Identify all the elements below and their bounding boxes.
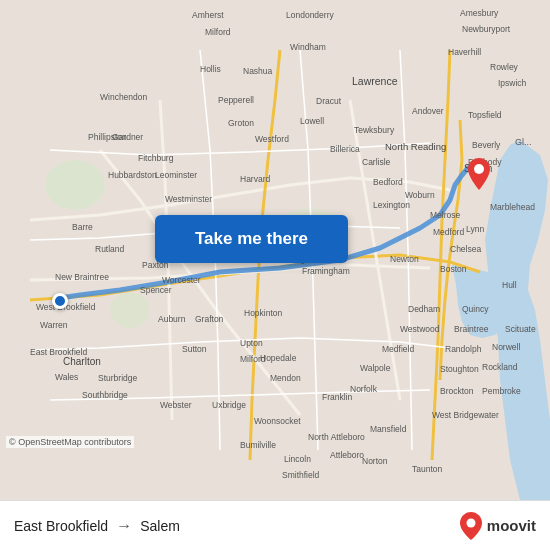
svg-text:Randolph: Randolph xyxy=(445,344,482,354)
svg-text:Lincoln: Lincoln xyxy=(284,454,311,464)
svg-text:Worcester: Worcester xyxy=(162,275,201,285)
svg-point-1 xyxy=(45,160,105,210)
svg-text:Scituate: Scituate xyxy=(505,324,536,334)
svg-text:Leominster: Leominster xyxy=(155,170,197,180)
svg-text:Londonderry: Londonderry xyxy=(286,10,334,20)
svg-text:Norwell: Norwell xyxy=(492,342,520,352)
svg-text:Beverly: Beverly xyxy=(472,140,501,150)
svg-text:Grafton: Grafton xyxy=(195,314,224,324)
svg-point-103 xyxy=(466,518,475,527)
svg-text:Gl...: Gl... xyxy=(515,137,532,147)
bottom-bar: East Brookfield → Salem moovit xyxy=(0,500,550,550)
svg-text:Ipswich: Ipswich xyxy=(498,78,527,88)
svg-text:Walpole: Walpole xyxy=(360,363,391,373)
svg-text:Newburyport: Newburyport xyxy=(462,24,511,34)
destination-marker xyxy=(468,158,490,194)
svg-text:Framingham: Framingham xyxy=(302,266,350,276)
svg-text:Fitchburg: Fitchburg xyxy=(138,153,174,163)
svg-text:Westford: Westford xyxy=(255,134,289,144)
svg-text:Hull: Hull xyxy=(502,280,517,290)
svg-text:Attleboro: Attleboro xyxy=(330,450,364,460)
svg-text:Rutland: Rutland xyxy=(95,244,125,254)
svg-text:Charlton: Charlton xyxy=(63,356,101,367)
svg-text:Woburn: Woburn xyxy=(405,190,435,200)
svg-text:East Brookfield: East Brookfield xyxy=(30,347,87,357)
svg-text:Chelsea: Chelsea xyxy=(450,244,481,254)
svg-text:Lawrence: Lawrence xyxy=(352,75,398,87)
svg-text:Dracut: Dracut xyxy=(316,96,342,106)
svg-text:Amherst: Amherst xyxy=(192,10,224,20)
svg-text:Medford: Medford xyxy=(433,227,464,237)
svg-text:Spencer: Spencer xyxy=(140,285,172,295)
take-me-there-button[interactable]: Take me there xyxy=(155,215,348,263)
svg-text:Carlisle: Carlisle xyxy=(362,157,391,167)
svg-text:Hopedale: Hopedale xyxy=(260,353,297,363)
svg-text:Stoughton: Stoughton xyxy=(440,364,479,374)
route-info: East Brookfield → Salem xyxy=(14,517,180,535)
svg-text:Rockland: Rockland xyxy=(482,362,518,372)
route-from: East Brookfield xyxy=(14,518,108,534)
svg-text:Braintree: Braintree xyxy=(454,324,489,334)
moovit-pin-icon xyxy=(460,512,482,540)
moovit-brand-text: moovit xyxy=(487,517,536,534)
map-area[interactable]: Lawrence North Reading Charlton Amherst … xyxy=(0,0,550,500)
svg-text:Lowell: Lowell xyxy=(300,116,324,126)
moovit-logo: moovit xyxy=(460,512,536,540)
svg-text:Quincy: Quincy xyxy=(462,304,489,314)
svg-text:Medfield: Medfield xyxy=(382,344,414,354)
svg-text:Woonsocket: Woonsocket xyxy=(254,416,301,426)
svg-text:Boston: Boston xyxy=(440,264,467,274)
svg-text:West Bridgewater: West Bridgewater xyxy=(432,410,499,420)
svg-text:New Braintree: New Braintree xyxy=(55,272,109,282)
svg-text:Phillipston: Phillipston xyxy=(88,132,127,142)
app-container: Lawrence North Reading Charlton Amherst … xyxy=(0,0,550,550)
svg-text:Hubbardston: Hubbardston xyxy=(108,170,157,180)
svg-text:Groton: Groton xyxy=(228,118,254,128)
svg-text:Bumilville: Bumilville xyxy=(240,440,276,450)
svg-text:Marblehead: Marblehead xyxy=(490,202,535,212)
svg-text:Wales: Wales xyxy=(55,372,78,382)
route-arrow: → xyxy=(116,517,132,535)
route-to: Salem xyxy=(140,518,180,534)
origin-marker xyxy=(52,293,68,309)
svg-text:Bedford: Bedford xyxy=(373,177,403,187)
svg-text:Lexington: Lexington xyxy=(373,200,410,210)
svg-text:Warren: Warren xyxy=(40,320,68,330)
svg-text:Franklin: Franklin xyxy=(322,392,353,402)
svg-text:Webster: Webster xyxy=(160,400,192,410)
svg-text:Hopkinton: Hopkinton xyxy=(244,308,283,318)
svg-text:Topsfield: Topsfield xyxy=(468,110,502,120)
svg-text:Winchendon: Winchendon xyxy=(100,92,148,102)
svg-text:Brockton: Brockton xyxy=(440,386,474,396)
svg-text:Dedham: Dedham xyxy=(408,304,440,314)
svg-text:Southbridge: Southbridge xyxy=(82,390,128,400)
svg-text:Milford: Milford xyxy=(205,27,231,37)
svg-text:Sutton: Sutton xyxy=(182,344,207,354)
svg-text:Uxbridge: Uxbridge xyxy=(212,400,246,410)
svg-text:North Reading: North Reading xyxy=(385,141,446,152)
svg-text:Newton: Newton xyxy=(390,254,419,264)
svg-point-2 xyxy=(110,292,150,328)
svg-text:Amesbury: Amesbury xyxy=(460,8,499,18)
svg-text:Mendon: Mendon xyxy=(270,373,301,383)
svg-text:Barre: Barre xyxy=(72,222,93,232)
svg-text:Auburn: Auburn xyxy=(158,314,186,324)
svg-text:Rowley: Rowley xyxy=(490,62,519,72)
svg-text:Hollis: Hollis xyxy=(200,64,221,74)
svg-point-102 xyxy=(474,164,484,174)
svg-text:Taunton: Taunton xyxy=(412,464,443,474)
svg-text:Harvard: Harvard xyxy=(240,174,271,184)
svg-text:Windham: Windham xyxy=(290,42,326,52)
svg-text:Billerica: Billerica xyxy=(330,144,360,154)
map-attribution: © OpenStreetMap contributors xyxy=(6,436,134,448)
svg-text:Norfolk: Norfolk xyxy=(350,384,378,394)
svg-text:Nashua: Nashua xyxy=(243,66,273,76)
svg-text:Lynn: Lynn xyxy=(466,224,484,234)
svg-text:Andover: Andover xyxy=(412,106,444,116)
svg-text:Tewksbury: Tewksbury xyxy=(354,125,395,135)
svg-text:Melrose: Melrose xyxy=(430,210,461,220)
svg-text:Westminster: Westminster xyxy=(165,194,212,204)
svg-text:Mansfield: Mansfield xyxy=(370,424,407,434)
svg-text:Pembroke: Pembroke xyxy=(482,386,521,396)
svg-text:Upton: Upton xyxy=(240,338,263,348)
